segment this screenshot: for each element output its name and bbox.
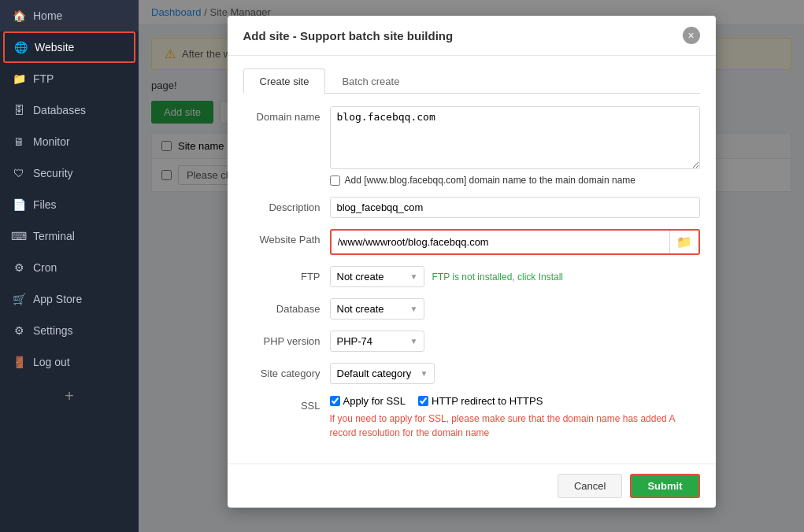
sidebar-item-label: Files [33,198,57,211]
website-path-input[interactable] [332,232,669,252]
modal-header: Add site - Support batch site building × [228,16,716,56]
domain-name-label: Domain name [243,106,330,123]
sidebar-item-home[interactable]: 🏠 Home [0,0,139,31]
sidebar-item-label: FTP [33,72,54,85]
description-label: Description [243,197,330,213]
ftp-label: FTP [243,266,330,283]
website-path-row: Website Path 📁 [243,229,700,255]
ftp-control: Not create ▼ FTP is not installed, click… [330,266,700,287]
sidebar-item-label: Home [33,9,62,22]
php-select[interactable]: PHP-74 [330,331,424,352]
ssl-row: SSL Apply for SSL HTTP redirect to HTTPS [243,395,700,440]
sidebar-item-logout[interactable]: 🚪 Log out [0,346,139,378]
tab-create-site[interactable]: Create site [243,68,326,94]
sidebar-item-settings[interactable]: ⚙ Settings [0,315,139,346]
website-icon: 🌐 [14,41,27,54]
sidebar-item-appstore[interactable]: 🛒 App Store [0,283,139,315]
description-row: Description [243,197,700,218]
sidebar-add-button[interactable]: + [0,378,139,415]
sidebar-item-website[interactable]: 🌐 Website [3,31,135,63]
site-category-select-wrap: Default category ▼ [330,363,435,384]
file-browse-button[interactable]: 📁 [669,231,698,253]
database-select[interactable]: Not create [330,298,424,320]
site-category-control: Default category ▼ [330,363,700,384]
ssl-checkboxes: Apply for SSL HTTP redirect to HTTPS [330,395,700,407]
sidebar-item-label: Monitor [33,135,70,148]
terminal-icon: ⌨ [13,230,25,242]
cron-icon: ⚙ [13,261,25,274]
sidebar-item-label: Log out [33,356,70,368]
database-select-wrap: Not create ▼ [330,298,424,320]
php-version-control: PHP-74 ▼ [330,331,700,352]
security-icon: 🛡 [13,167,25,179]
sidebar-item-files[interactable]: 📄 Files [0,189,139,220]
ftp-select-wrap: Not create ▼ [330,266,424,287]
sidebar-item-label: Cron [33,261,57,274]
ssl-apply-label: Apply for SSL [330,395,406,407]
logout-icon: 🚪 [13,356,25,368]
domain-name-control: Add [www.blog.facebqq.com] domain name t… [330,106,700,186]
domain-name-input[interactable] [330,106,700,169]
php-select-wrap: PHP-74 ▼ [330,331,424,352]
files-icon: 📄 [13,198,25,211]
website-path-label: Website Path [243,229,330,246]
modal-footer: Cancel Submit [228,464,716,508]
ftp-select[interactable]: Not create [330,266,424,287]
cancel-button[interactable]: Cancel [558,474,622,498]
php-version-row: PHP version PHP-74 ▼ [243,331,700,352]
modal-overlay: Add site - Support batch site building ×… [139,0,804,532]
ssl-redirect-checkbox[interactable] [418,396,428,406]
database-row: Database Not create ▼ [243,298,700,320]
modal-body: Create site Batch create Domain name Add… [228,56,716,464]
ftp-icon: 📁 [13,72,25,85]
ftp-warning-text[interactable]: FTP is not installed, click Install [432,272,564,283]
ssl-apply-checkbox[interactable] [330,396,340,406]
sidebar-item-label: Settings [33,324,73,337]
modal-title: Add site - Support batch site building [243,29,454,42]
tab-bar: Create site Batch create [243,68,700,94]
sidebar-item-terminal[interactable]: ⌨ Terminal [0,220,139,252]
modal-close-button[interactable]: × [683,27,700,44]
php-version-label: PHP version [243,331,330,347]
ssl-redirect-label: HTTP redirect to HTTPS [418,395,543,407]
plus-icon: + [65,387,74,405]
www-domain-label: Add [www.blog.facebqq.com] domain name t… [345,175,636,186]
domain-name-row: Domain name Add [www.blog.facebqq.com] d… [243,106,700,186]
modal: Add site - Support batch site building ×… [228,16,716,508]
sidebar-item-label: Terminal [33,230,75,242]
databases-icon: 🗄 [13,104,25,116]
site-category-row: Site category Default category ▼ [243,363,700,384]
sidebar-item-ftp[interactable]: 📁 FTP [0,63,139,94]
sidebar-item-label: Databases [33,104,86,116]
tab-batch-create[interactable]: Batch create [325,68,416,94]
main-content: Dashboard / Site Manager ⚠ After the web… [139,0,804,532]
sidebar: 🏠 Home 🌐 Website 📁 FTP 🗄 Databases 🖥 Mon… [0,0,139,532]
database-control: Not create ▼ [330,298,700,320]
domain-checkbox-row: Add [www.blog.facebqq.com] domain name t… [330,175,700,186]
home-icon: 🏠 [13,9,25,22]
site-category-label: Site category [243,363,330,379]
website-path-input-group: 📁 [330,229,700,255]
website-path-control: 📁 [330,229,700,255]
site-category-select[interactable]: Default category [330,363,435,384]
sidebar-item-databases[interactable]: 🗄 Databases [0,94,139,126]
ssl-control: Apply for SSL HTTP redirect to HTTPS If … [330,395,700,440]
sidebar-item-label: Website [35,41,74,54]
description-control [330,197,700,218]
ftp-row: FTP Not create ▼ FTP is not installed, c… [243,266,700,287]
ssl-label: SSL [243,395,330,412]
www-domain-checkbox[interactable] [330,175,340,186]
sidebar-item-label: Security [33,167,73,179]
submit-button[interactable]: Submit [630,474,699,498]
sidebar-item-monitor[interactable]: 🖥 Monitor [0,126,139,157]
database-label: Database [243,298,330,315]
sidebar-item-security[interactable]: 🛡 Security [0,157,139,189]
monitor-icon: 🖥 [13,135,25,148]
sidebar-item-label: App Store [33,293,82,305]
ssl-note: If you need to apply for SSL, please mak… [330,412,700,440]
description-input[interactable] [330,197,700,218]
sidebar-item-cron[interactable]: ⚙ Cron [0,252,139,283]
appstore-icon: 🛒 [13,293,25,305]
settings-icon: ⚙ [13,324,25,337]
